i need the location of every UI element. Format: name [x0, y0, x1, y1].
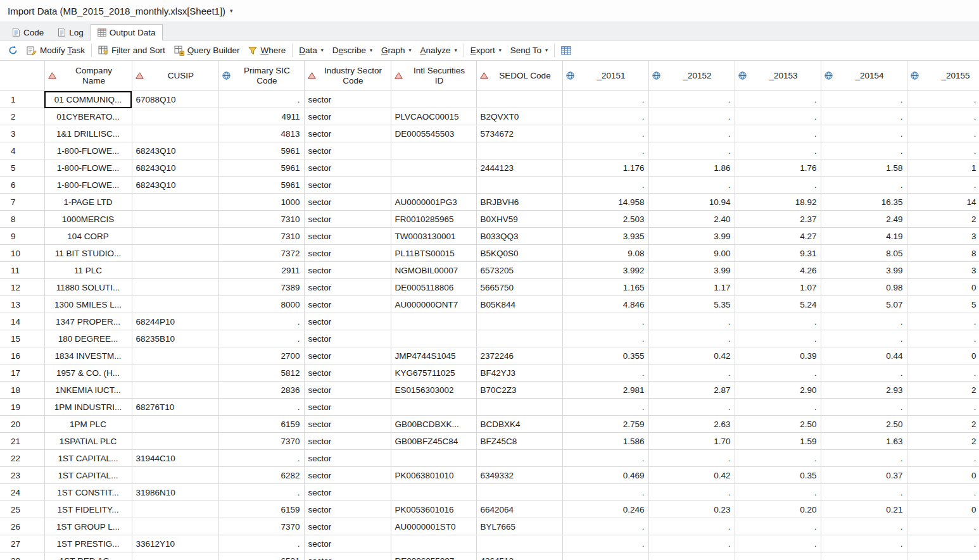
cell-sedol[interactable]: 2372246 — [476, 347, 562, 364]
cell-m4[interactable]: 1.58 — [821, 159, 907, 177]
cell-cusip[interactable] — [132, 347, 218, 364]
cell-cusip[interactable] — [132, 467, 218, 484]
column-header-sic[interactable]: Primary SIC Code — [218, 61, 304, 91]
cell-sector[interactable]: sector — [304, 313, 391, 330]
row-number[interactable]: 12 — [0, 279, 44, 296]
cell-sector[interactable]: sector — [304, 177, 391, 194]
row-number[interactable]: 19 — [0, 399, 44, 416]
cell-sector[interactable]: sector — [304, 347, 391, 364]
cell-m4[interactable]: 3.99 — [821, 262, 907, 279]
cell-m4[interactable]: . — [821, 91, 907, 108]
cell-m3[interactable]: 1.59 — [735, 433, 821, 450]
cell-m3[interactable]: . — [735, 142, 821, 159]
cell-m2[interactable]: . — [648, 450, 735, 467]
cell-m3[interactable]: . — [735, 535, 821, 552]
filter-and-sort-button[interactable]: Filter and Sort — [94, 44, 170, 58]
cell-m2[interactable]: 10.94 — [648, 194, 735, 211]
cell-company[interactable]: 1834 INVESTM... — [44, 347, 132, 364]
cell-sedol[interactable]: BRJBVH6 — [476, 194, 562, 211]
cell-m5[interactable]: 2 — [907, 416, 979, 433]
cell-m4[interactable]: 5.07 — [821, 296, 907, 313]
cell-m5[interactable]: . — [907, 535, 979, 552]
cell-m5[interactable]: 1 — [907, 159, 979, 177]
cell-cusip[interactable] — [132, 211, 218, 228]
cell-m5[interactable]: 0 — [907, 347, 979, 364]
cell-sedol[interactable]: B5KQ0S0 — [476, 245, 562, 262]
cell-sector[interactable]: sector — [304, 467, 391, 484]
row-number[interactable]: 7 — [0, 194, 44, 211]
cell-sector[interactable]: sector — [304, 433, 391, 450]
cell-sic[interactable]: 7370 — [218, 433, 304, 450]
row-number[interactable]: 14 — [0, 313, 44, 330]
cell-m1[interactable]: 4.846 — [562, 296, 648, 313]
cell-isin[interactable] — [391, 535, 476, 552]
cell-m1[interactable]: . — [562, 108, 648, 125]
cell-m1[interactable]: . — [562, 450, 648, 467]
cell-sic[interactable]: 7389 — [218, 279, 304, 296]
cell-cusip[interactable] — [132, 296, 218, 313]
column-header-sector[interactable]: Industry Sector Code — [304, 61, 391, 91]
cell-cusip[interactable] — [132, 364, 218, 382]
cell-m3[interactable] — [735, 552, 821, 560]
cell-company[interactable]: 1ST RED AG... — [44, 552, 132, 560]
cell-sic[interactable]: 4911 — [218, 108, 304, 125]
cell-sic[interactable]: 7310 — [218, 228, 304, 245]
cell-m4[interactable] — [821, 552, 907, 560]
cell-isin[interactable] — [391, 159, 476, 177]
cell-company[interactable]: 1-800-FLOWE... — [44, 142, 132, 159]
cell-m1[interactable]: 0.355 — [562, 347, 648, 364]
cell-m5[interactable]: . — [907, 313, 979, 330]
cell-sedol[interactable]: BF42YJ3 — [476, 364, 562, 382]
cell-cusip[interactable]: 68243Q10 — [132, 142, 218, 159]
cell-isin[interactable] — [391, 484, 476, 501]
cell-company[interactable]: 1300 SMILES L... — [44, 296, 132, 313]
cell-sic[interactable]: . — [218, 399, 304, 416]
cell-cusip[interactable] — [132, 433, 218, 450]
cell-sector[interactable]: sector — [304, 125, 391, 142]
cell-company[interactable]: 1000MERCIS — [44, 211, 132, 228]
cell-m2[interactable]: . — [648, 535, 735, 552]
cell-m1[interactable]: 1.176 — [562, 159, 648, 177]
cell-sector[interactable]: sector — [304, 228, 391, 245]
cell-m3[interactable]: . — [735, 177, 821, 194]
cell-m3[interactable]: . — [735, 364, 821, 382]
cell-isin[interactable]: GB00BFZ45C84 — [391, 433, 476, 450]
cell-m2[interactable]: . — [648, 399, 735, 416]
cell-sedol[interactable] — [476, 177, 562, 194]
cell-m4[interactable]: 2.50 — [821, 416, 907, 433]
cell-m1[interactable]: . — [562, 313, 648, 330]
row-number[interactable]: 5 — [0, 159, 44, 177]
cell-isin[interactable] — [391, 399, 476, 416]
analyze-menu-button[interactable]: Analyze ▾ — [416, 44, 462, 57]
cell-cusip[interactable] — [132, 245, 218, 262]
cell-sedol[interactable] — [476, 399, 562, 416]
cell-m2[interactable]: 0.23 — [648, 501, 735, 518]
cell-isin[interactable]: AU0000001ST0 — [391, 518, 476, 535]
cell-company[interactable]: 1PM INDUSTRI... — [44, 399, 132, 416]
cell-m1[interactable]: . — [562, 177, 648, 194]
cell-sic[interactable]: 1000 — [218, 194, 304, 211]
column-header-isin[interactable]: Intl Securities ID — [391, 61, 476, 91]
tab-code[interactable]: Code — [5, 24, 51, 40]
row-number[interactable]: 22 — [0, 450, 44, 467]
cell-sector[interactable]: sector — [304, 399, 391, 416]
cell-sedol[interactable]: 5734672 — [476, 125, 562, 142]
cell-sedol[interactable]: B0XHV59 — [476, 211, 562, 228]
cell-isin[interactable]: PK0063801010 — [391, 467, 476, 484]
cell-company[interactable]: 11 PLC — [44, 262, 132, 279]
cell-sedol[interactable]: BYL7665 — [476, 518, 562, 535]
cell-m4[interactable]: . — [821, 450, 907, 467]
cell-sedol[interactable] — [476, 142, 562, 159]
cell-isin[interactable] — [391, 177, 476, 194]
cell-m2[interactable]: . — [648, 518, 735, 535]
cell-sic[interactable]: 6531 — [218, 552, 304, 560]
cell-cusip[interactable] — [132, 382, 218, 399]
cell-m1[interactable]: 1.586 — [562, 433, 648, 450]
modify-task-button[interactable]: Modify Task — [22, 44, 89, 58]
cell-company[interactable]: 1-PAGE LTD — [44, 194, 132, 211]
cell-m4[interactable]: . — [821, 125, 907, 142]
cell-m5[interactable]: . — [907, 450, 979, 467]
cell-m4[interactable]: . — [821, 399, 907, 416]
cell-sedol[interactable]: 6573205 — [476, 262, 562, 279]
row-number[interactable]: 6 — [0, 177, 44, 194]
